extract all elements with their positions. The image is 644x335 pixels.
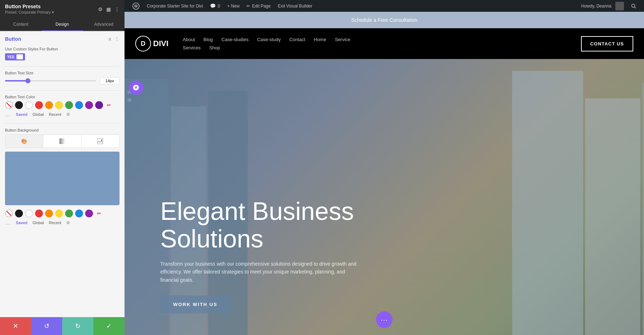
bg-swatch-blue[interactable]	[75, 210, 83, 217]
wp-admin-bar: W Corporate Starter Site for Divi 💬 0 + …	[125, 0, 644, 12]
tab-advanced[interactable]: Advanced	[83, 18, 125, 31]
logo-circle: D	[135, 36, 151, 51]
bg-swatch-black[interactable]	[15, 210, 23, 217]
swatch-dark-purple[interactable]	[95, 101, 103, 109]
bg-color-tab-recent[interactable]: Recent	[49, 221, 62, 225]
slider-row: 14px	[5, 77, 119, 84]
more-icon[interactable]: ⋮	[114, 6, 119, 12]
tab-content[interactable]: Content	[0, 18, 42, 31]
pencil-icon: ✏	[247, 4, 250, 9]
site-name-text: Corporate Starter Site for Divi	[147, 4, 203, 9]
bg-color-tab-dots[interactable]: ...	[5, 220, 11, 226]
save-button[interactable]: ✓	[93, 317, 125, 335]
svg-line-6	[635, 7, 636, 8]
new-item[interactable]: + New	[224, 0, 243, 12]
section-actions: ∧ ⋮	[108, 36, 119, 42]
exit-label: Exit Visual Builder	[278, 4, 312, 9]
edit-page-item[interactable]: ✏ Edit Page	[243, 0, 274, 12]
comments-count: 0	[218, 4, 220, 9]
nav-service[interactable]: Service	[335, 37, 350, 42]
cancel-button[interactable]: ✕	[0, 317, 31, 335]
swatch-white[interactable]	[25, 101, 33, 109]
section-title: Button	[5, 36, 21, 42]
color-tab-recent[interactable]: Recent	[49, 112, 62, 117]
bg-swatch-green[interactable]	[65, 210, 73, 217]
section-header: Button ∧ ⋮	[5, 36, 119, 42]
wp-logo-icon: W	[132, 3, 140, 10]
site-name-item[interactable]: Corporate Starter Site for Divi	[143, 0, 206, 12]
custom-styles-label: Use Custom Styles For Button	[5, 47, 119, 51]
panel-tabs: Content Design Advanced	[0, 18, 125, 31]
hero-cta-button[interactable]: WORK WITH US	[160, 295, 230, 314]
bg-swatch-transparent[interactable]	[5, 210, 13, 217]
bg-solid-option[interactable]: 🎨	[5, 135, 43, 148]
hero-title: Elegant Business Solutions	[160, 198, 361, 253]
nav-case-studies[interactable]: Case-studies	[221, 37, 249, 42]
swatch-green[interactable]	[65, 101, 73, 109]
bg-swatch-edit[interactable]: ✏	[95, 210, 103, 217]
bg-color-preview[interactable]	[5, 152, 119, 205]
bg-color-tab-saved[interactable]: Saved	[16, 221, 27, 225]
nav-contact[interactable]: Contact	[289, 37, 305, 42]
search-item[interactable]	[628, 0, 640, 12]
site-logo[interactable]: D DIVI	[135, 36, 169, 51]
float-dots-icon: ···	[381, 316, 388, 324]
image-icon	[97, 138, 103, 144]
swatch-black[interactable]	[15, 101, 23, 109]
collapse-icon[interactable]: ∧	[108, 36, 112, 42]
bg-color-settings-icon[interactable]: ⚙	[66, 220, 70, 225]
slider-value[interactable]: 14px	[100, 77, 119, 84]
bg-swatch-red[interactable]	[35, 210, 43, 217]
bg-swatch-yellow[interactable]	[55, 210, 63, 217]
bg-swatch-orange[interactable]	[45, 210, 53, 217]
undo-button[interactable]: ↺	[31, 317, 62, 335]
swatch-transparent[interactable]	[5, 101, 13, 109]
panel-preset[interactable]: Preset: Corporate Primary ▾	[5, 10, 54, 15]
bg-gradient-option[interactable]	[43, 135, 81, 148]
color-tabs: ... Saved Global Recent ⚙	[5, 111, 119, 118]
nav-home[interactable]: Home	[314, 37, 326, 42]
float-dots-button[interactable]: ···	[376, 311, 392, 328]
banner-text: Schedule a Free Consultation	[351, 17, 417, 23]
slider-track[interactable]	[5, 80, 96, 82]
comments-item[interactable]: 💬 0	[206, 0, 224, 12]
nav-case-study[interactable]: Case-study	[257, 37, 281, 42]
color-tab-global[interactable]: Global	[33, 112, 44, 117]
toggle-yes-label: YES	[7, 55, 14, 59]
settings-icon[interactable]: ⚙	[98, 6, 103, 12]
nav-shop[interactable]: Shop	[209, 45, 220, 50]
site-header: D DIVI About Blog Case-studies Case-stud…	[125, 28, 644, 59]
divi-edit-float[interactable]	[129, 80, 143, 95]
swatch-blue[interactable]	[75, 101, 83, 109]
bg-color-tab-global[interactable]: Global	[33, 221, 44, 225]
site-nav: About Blog Case-studies Case-study Conta…	[183, 37, 581, 50]
columns-icon[interactable]: ▦	[106, 6, 111, 12]
color-tab-dots[interactable]: ...	[5, 111, 11, 118]
color-settings-icon[interactable]: ⚙	[66, 112, 70, 117]
bubble-icon: 💬	[210, 3, 216, 9]
exit-builder-item[interactable]: Exit Visual Builder	[274, 0, 316, 12]
section-more-icon[interactable]: ⋮	[114, 36, 119, 42]
custom-styles-toggle[interactable]: YES	[5, 53, 25, 60]
nav-services[interactable]: Services	[183, 45, 201, 50]
redo-button[interactable]: ↻	[62, 317, 93, 335]
slider-thumb[interactable]	[25, 78, 30, 83]
bg-swatch-white[interactable]	[25, 210, 33, 217]
bg-swatch-purple[interactable]	[85, 210, 93, 217]
wp-logo-item[interactable]: W	[129, 0, 143, 12]
bg-image-option[interactable]	[82, 135, 119, 148]
howdy-item[interactable]: Howdy, Deanna	[578, 0, 628, 12]
solid-icon: 🎨	[21, 138, 27, 144]
swatch-purple[interactable]	[85, 101, 93, 109]
swatch-orange[interactable]	[45, 101, 53, 109]
contact-button[interactable]: CONTACT US	[581, 36, 633, 51]
divider-3	[5, 123, 119, 124]
tab-design[interactable]: Design	[42, 18, 83, 31]
hero-subtitle: Transform your business with our compreh…	[160, 260, 361, 284]
nav-blog[interactable]: Blog	[204, 37, 213, 42]
color-tab-saved[interactable]: Saved	[16, 112, 27, 117]
swatch-red[interactable]	[35, 101, 43, 109]
swatch-edit[interactable]: ✏	[105, 101, 113, 109]
nav-about[interactable]: About	[183, 37, 195, 42]
swatch-yellow[interactable]	[55, 101, 63, 109]
